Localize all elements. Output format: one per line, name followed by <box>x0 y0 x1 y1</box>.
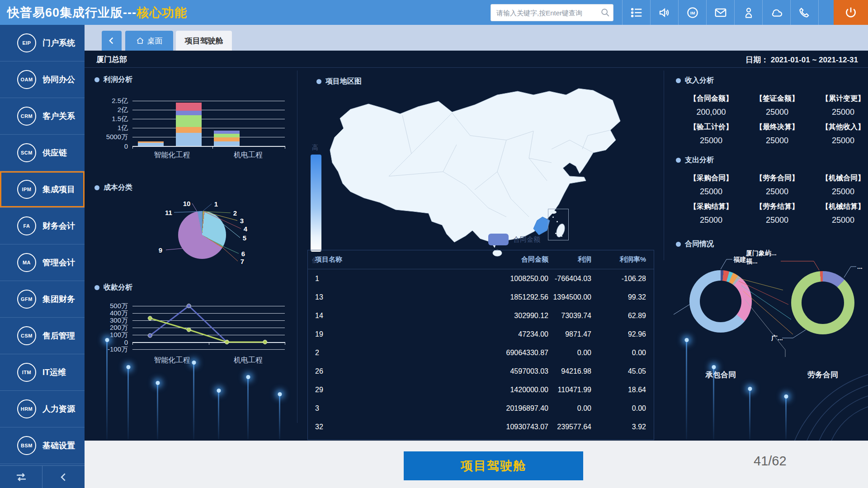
donut-name-left: 承包合同 <box>705 370 736 380</box>
bullet-icon <box>676 158 681 163</box>
power-icon[interactable] <box>834 0 868 25</box>
phone-icon[interactable] <box>790 0 818 25</box>
y-axis-tick: 5000万 <box>92 133 128 141</box>
sidebar-item-crm[interactable]: CRM客户关系 <box>0 98 85 135</box>
table-row[interactable]: 131851292.561394500.0099.32 <box>308 288 654 306</box>
y-axis-tick: 0 <box>92 338 128 346</box>
south-china-sea-inset <box>548 209 569 240</box>
donut-leader-lines <box>670 236 868 441</box>
kv-value: 25000 <box>810 216 868 225</box>
volume-icon[interactable] <box>650 0 678 25</box>
sidebar-item-hrm[interactable]: HRM人力资源 <box>0 391 85 427</box>
table-body: 11008250.00-766404.03-106.28131851292.56… <box>308 269 654 441</box>
income-item: 【其他收入】25000 <box>810 122 868 148</box>
collection-line-chart: -100万0100万200万300万400万500万智能化工程机电工程 <box>94 280 296 386</box>
sidebar-item-eip[interactable]: EIP门户系统 <box>0 25 85 61</box>
donut-label: ... <box>857 263 863 270</box>
sidebar-item-fa[interactable]: FA财务会计 <box>0 208 85 244</box>
table-header-cell: 项目名称 <box>308 255 500 264</box>
tab-project-cockpit[interactable]: 项目驾驶舱 <box>176 31 232 51</box>
table-cell: 302990.12 <box>500 312 548 320</box>
table-cell: 1008250.00 <box>500 275 548 283</box>
project-table: 项目名称合同金额利润利润率% 11008250.00-766404.03-106… <box>307 250 654 440</box>
light-beam-decor <box>127 367 129 439</box>
light-beam-decor <box>686 340 687 439</box>
bar-segment <box>176 115 202 127</box>
y-axis-tick: 0 <box>92 142 128 150</box>
search-box[interactable] <box>491 4 613 21</box>
table-row[interactable]: 41804788.680.000.00 <box>308 436 654 441</box>
table-cell: 1394500.00 <box>548 293 591 301</box>
sidebar-item-label: 基础设置 <box>42 440 75 451</box>
table-row[interactable]: 269064330.870.000.00 <box>308 343 654 362</box>
pie-slice-label: 9 <box>159 246 162 254</box>
swap-icon[interactable] <box>0 466 42 488</box>
donut-name-right: 劳务合同 <box>807 370 838 380</box>
table-cell: 73039.74 <box>548 312 591 320</box>
table-row[interactable]: 264597003.0394216.9845.05 <box>308 362 654 380</box>
tab-bar: 桌面 项目驾驶舱 <box>85 25 868 51</box>
light-beam-decor <box>157 383 158 439</box>
kv-label: 【机械结算】 <box>810 202 868 211</box>
im-icon[interactable]: IM <box>678 0 706 25</box>
sidebar-item-bsm[interactable]: BSM基础设置 <box>0 427 85 464</box>
cloud-icon[interactable] <box>762 0 790 25</box>
china-map[interactable] <box>316 81 642 258</box>
sidebar-item-label: 集成项目 <box>42 184 75 195</box>
kv-value: 200,000 <box>678 108 744 117</box>
sidebar-item-scm[interactable]: SCM供应链 <box>0 135 85 171</box>
sidebar-item-gfm[interactable]: GFM集团财务 <box>0 281 85 318</box>
list-icon[interactable] <box>622 0 650 25</box>
sidebar-item-ipm[interactable]: IPM集成项目 <box>0 171 85 208</box>
table-cell: 1 <box>308 275 500 283</box>
pie-slice-label: 7 <box>241 258 244 265</box>
expense-values: 【采购合同】25000【劳务合同】25000【机械合同】25000【采购结算】2… <box>678 174 868 230</box>
table-cell: 99.32 <box>591 293 654 301</box>
kv-label: 【劳务结算】 <box>744 202 810 211</box>
light-beam-decor <box>713 367 714 439</box>
y-axis-tick: 2.5亿 <box>92 97 128 105</box>
table-cell: 47234.00 <box>500 330 548 338</box>
sidebar-item-label: 供应链 <box>42 147 67 158</box>
table-cell: 94216.98 <box>548 367 591 375</box>
donut-label: 福... <box>746 258 758 266</box>
sidebar-item-ma[interactable]: MA管理会计 <box>0 244 85 281</box>
labor-donut-right <box>791 271 854 334</box>
panel-title: 收入分析 <box>676 76 714 85</box>
sidebar-item-oam[interactable]: OAM协同办公 <box>0 61 85 98</box>
income-item: 【签证金额】25000 <box>744 94 810 120</box>
light-beam-decor <box>785 396 787 439</box>
table-row[interactable]: 291420000.00110471.9918.64 <box>308 380 654 399</box>
table-cell: 18.64 <box>591 386 654 394</box>
table-row[interactable]: 14302990.1273039.7462.89 <box>308 306 654 325</box>
legend-label: 合同金额 <box>513 235 540 244</box>
tab-back-button[interactable] <box>102 31 122 51</box>
income-item: 【最终决算】25000 <box>744 122 810 148</box>
mail-icon[interactable] <box>706 0 734 25</box>
sidebar-item-csm[interactable]: CSM售后管理 <box>0 318 85 354</box>
project-cockpit-button[interactable]: 项目驾驶舱 <box>404 451 583 480</box>
collapse-icon[interactable] <box>42 466 85 488</box>
panel-profit-analysis: 利润分析 05000万1亿1.5亿2亿2.5亿智能化工程机电工程 <box>94 72 296 178</box>
table-row[interactable]: 11008250.00-766404.03-106.28 <box>308 269 654 288</box>
user-icon[interactable] <box>734 0 762 25</box>
kv-value: 25000 <box>810 136 868 145</box>
search-input[interactable] <box>491 9 598 17</box>
topbar: 快普易60集成行业版---核心功能 IM <box>0 0 868 25</box>
search-icon[interactable] <box>598 8 613 18</box>
income-item: 【验工计价】25000 <box>678 122 744 148</box>
tab-desktop[interactable]: 桌面 <box>125 31 173 51</box>
table-row[interactable]: 320196897.400.000.00 <box>308 399 654 418</box>
gridline <box>132 335 285 335</box>
kv-label: 【累计变更】 <box>810 94 868 103</box>
table-cell: 29 <box>308 386 500 394</box>
sidebar-item-label: 财务会计 <box>42 221 75 231</box>
table-cell: 3.92 <box>591 423 654 431</box>
table-row[interactable]: 3210930743.07239577.643.92 <box>308 418 654 436</box>
bar-segment <box>176 127 202 133</box>
y-axis-tick: 1亿 <box>92 124 128 132</box>
sidebar-item-itm[interactable]: ITMIT运维 <box>0 354 85 391</box>
table-row[interactable]: 1947234.009871.4792.96 <box>308 325 654 343</box>
ma-module-icon: MA <box>17 253 36 272</box>
gridline <box>132 128 285 128</box>
